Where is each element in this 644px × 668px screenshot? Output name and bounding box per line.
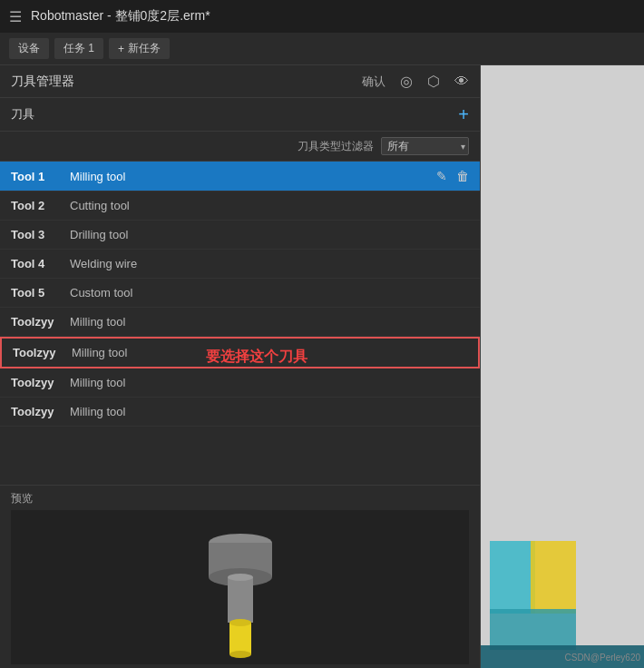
preview-section: 预览 xyxy=(0,485,480,668)
confirm-button[interactable]: 确认 xyxy=(362,74,385,90)
tool-preview-svg xyxy=(195,517,286,658)
tool-type: Milling tool xyxy=(70,170,436,183)
app-title: Robotmaster - 整铺0度2层.erm* xyxy=(31,8,210,25)
device-button[interactable]: 设备 xyxy=(9,38,49,59)
tool-type: Milling tool xyxy=(70,315,469,329)
tool-item[interactable]: Toolzyy Milling tool xyxy=(0,398,480,427)
svg-point-6 xyxy=(229,619,251,626)
tool-name: Tool 3 xyxy=(11,228,70,241)
toolbar: 设备 任务 1 + 新任务 xyxy=(0,33,644,65)
plus-icon: + xyxy=(118,43,124,55)
titlebar: ☰ Robotmaster - 整铺0度2层.erm* xyxy=(0,0,644,33)
tool-name: Toolzyy xyxy=(11,376,70,389)
edit-tool-button[interactable]: ✎ xyxy=(436,169,447,183)
add-tool-button[interactable]: + xyxy=(458,105,469,123)
tool-item[interactable]: Toolzyy Milling tool xyxy=(0,368,480,398)
tool-type: Welding wire xyxy=(70,257,469,270)
tool-actions: ✎ 🗑 xyxy=(436,169,469,183)
tool-item[interactable]: Tool 2 Cutting tool xyxy=(0,192,480,221)
filter-row: 刀具类型过滤器 所有 Milling tool Cutting tool Dri… xyxy=(0,132,480,162)
tools-section-header: 刀具 + xyxy=(0,98,480,132)
tool-type: Cutting tool xyxy=(70,199,469,212)
tool-type: Milling tool xyxy=(70,376,469,389)
filter-select[interactable]: 所有 Milling tool Cutting tool Drilling to… xyxy=(381,137,469,155)
tool-item[interactable]: Tool 4 Welding wire xyxy=(0,250,480,279)
svg-point-4 xyxy=(228,574,253,581)
tool-type: Milling tool xyxy=(70,405,469,418)
main-layout: 刀具管理器 确认 ◎ ⬡ 👁 刀具 + 刀具类型过滤器 所有 Milling t… xyxy=(0,65,644,668)
filter-label: 刀具类型过滤器 xyxy=(298,139,374,154)
tool-name: Tool 2 xyxy=(11,199,70,212)
tool-name: Toolzyy xyxy=(11,405,70,418)
svg-rect-3 xyxy=(228,577,253,623)
tool-name: Tool 1 xyxy=(11,170,70,183)
cad-view xyxy=(481,486,644,668)
tool-item[interactable]: Tool 1 Milling tool ✎ 🗑 xyxy=(0,162,480,192)
tool-name: Toolzyy xyxy=(11,315,70,329)
panel-header: 刀具管理器 确认 ◎ ⬡ 👁 xyxy=(0,65,480,98)
preview-area xyxy=(11,510,469,664)
delete-tool-button[interactable]: 🗑 xyxy=(456,169,469,183)
eye-icon[interactable]: 👁 xyxy=(454,74,469,90)
tool-name: Tool 4 xyxy=(11,257,70,270)
tool-name: Tool 5 xyxy=(11,286,70,300)
tool-type: Custom tool xyxy=(70,286,469,300)
filter-select-wrapper: 所有 Milling tool Cutting tool Drilling to… xyxy=(381,137,469,155)
new-task-label: 新任务 xyxy=(128,41,161,56)
watermark: CSDN@Perley620 xyxy=(564,653,640,663)
preview-label: 预览 xyxy=(11,491,469,506)
target-icon[interactable]: ◎ xyxy=(400,73,413,90)
tools-label: 刀具 xyxy=(11,106,34,123)
tool-item[interactable]: Tool 5 Custom tool xyxy=(0,279,480,308)
task-button[interactable]: 任务 1 xyxy=(54,38,103,59)
svg-point-7 xyxy=(229,651,251,658)
cube-icon[interactable]: ⬡ xyxy=(427,73,440,90)
menu-icon[interactable]: ☰ xyxy=(9,8,22,25)
tool-item[interactable]: Toolzyy Milling tool xyxy=(0,308,480,337)
panel-title: 刀具管理器 xyxy=(11,74,74,90)
tool-item[interactable]: Tool 3 Drilling tool xyxy=(0,221,480,250)
tool-type: Milling tool xyxy=(72,346,467,359)
tool-item-highlighted[interactable]: Toolzyy Milling tool 要选择这个刀具 xyxy=(0,337,480,368)
tool-name: Toolzyy xyxy=(13,346,72,359)
left-panel: 刀具管理器 确认 ◎ ⬡ 👁 刀具 + 刀具类型过滤器 所有 Milling t… xyxy=(0,65,481,668)
tool-list: Tool 1 Milling tool ✎ 🗑 Tool 2 Cutting t… xyxy=(0,162,480,485)
tool-type: Drilling tool xyxy=(70,228,469,241)
right-panel: CSDN@Perley620 xyxy=(481,65,644,668)
new-task-button[interactable]: + 新任务 xyxy=(109,38,170,59)
svg-rect-5 xyxy=(229,623,251,654)
